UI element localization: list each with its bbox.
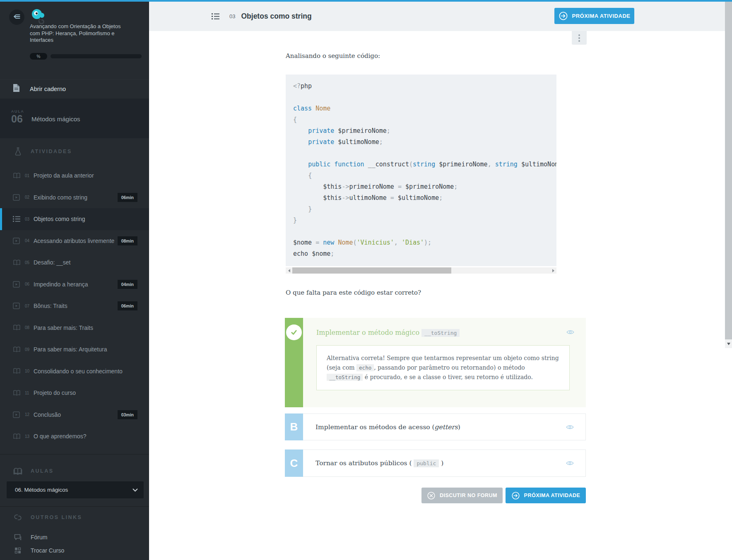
aulas-section-header: AULAS <box>0 465 149 477</box>
activity-label: Projeto do curso <box>34 389 76 396</box>
book-icon <box>13 260 21 266</box>
sidebar-item-trocar-curso[interactable]: Trocar Curso <box>0 544 149 557</box>
answer-option-a-correct[interactable]: Implementar o método mágico __toString A… <box>285 318 586 407</box>
sidebar-activity-05[interactable]: 05Desafio: __set <box>0 252 149 274</box>
sidebar-activity-04[interactable]: 04Acessando atributos livremente08min <box>0 230 149 252</box>
aulas-section-label: AULAS <box>31 468 54 474</box>
next-activity-label: PRÓXIMA ATIVIDADE <box>524 493 580 498</box>
sidebar-activity-12[interactable]: 12Conclusão03min <box>0 404 149 426</box>
scroll-right-arrow-icon[interactable] <box>550 267 556 274</box>
activity-number: 13 <box>25 434 32 439</box>
sidebar-activity-09[interactable]: 09Para saber mais: Arquitetura <box>0 339 149 361</box>
exercise-question: O que falta para este código estar corre… <box>286 289 421 296</box>
link-icon <box>13 513 23 522</box>
sidebar-activity-11[interactable]: 11Projeto do curso <box>0 382 149 404</box>
exercise-list-icon <box>212 13 219 20</box>
option-b-body: Implementar os métodos de acesso (getter… <box>303 413 586 440</box>
correct-marker-column <box>285 318 303 407</box>
scroll-down-arrow-icon[interactable] <box>725 339 732 348</box>
eye-icon[interactable] <box>566 461 574 466</box>
sidebar-activity-08[interactable]: 08Para saber mais: Traits <box>0 317 149 339</box>
sidebar: Avançando com Orientação a Objetos com P… <box>0 2 149 560</box>
collapse-icon <box>13 12 21 22</box>
book-icon <box>13 390 21 396</box>
activity-number: 03 <box>229 13 235 19</box>
option-c-text: Tornar os atributos públicos ( public ) <box>315 459 443 467</box>
activity-number: 04 <box>25 238 32 243</box>
inline-code-chip: public <box>414 459 439 467</box>
answer-option-b[interactable]: B Implementar os métodos de acesso (gett… <box>285 413 586 440</box>
eye-icon[interactable] <box>566 424 574 430</box>
check-icon <box>286 324 302 340</box>
video-icon <box>13 194 21 201</box>
vertical-scrollbar-thumb[interactable] <box>725 2 732 339</box>
sidebar-activity-01[interactable]: 01Projeto da aula anterior <box>0 165 149 187</box>
top-accent-line <box>0 0 732 2</box>
sidebar-item-forum[interactable]: Fórum <box>0 531 149 543</box>
next-activity-button-bottom[interactable]: PRÓXIMA ATIVIDADE <box>506 488 586 503</box>
code-lines: <?php class Nome{ private $primeiroNome;… <box>293 81 556 260</box>
grid-icon <box>13 547 22 554</box>
activity-label: Para saber mais: Traits <box>34 324 93 331</box>
activity-number: 05 <box>25 260 32 265</box>
next-activity-button-top[interactable]: PRÓXIMA ATIVIDADE <box>554 8 634 24</box>
page-title: Objetos como string <box>241 12 311 21</box>
duration-badge: 03min <box>118 410 137 419</box>
other-links-section-header: OUTROS LINKS <box>0 512 149 523</box>
current-lesson-block: AULA 06 Métodos mágicos <box>0 99 149 138</box>
sidebar-activity-06[interactable]: 06Impedindo a herança04min <box>0 274 149 296</box>
option-b-text: Implementar os métodos de acesso (getter… <box>315 423 460 431</box>
document-icon <box>13 84 20 94</box>
course-player: Avançando com Orientação a Objetos com P… <box>0 0 732 560</box>
discuss-forum-label: DISCUTIR NO FORUM <box>440 493 497 498</box>
arrow-circle-right-icon <box>559 11 568 21</box>
horizontal-scrollbar-thumb[interactable] <box>292 267 451 274</box>
progress-percent-badge: % <box>30 53 47 60</box>
forum-label: Fórum <box>31 534 47 541</box>
option-a-text: Implementar o método mágico __toString <box>316 329 571 336</box>
scroll-left-arrow-icon[interactable] <box>286 267 292 274</box>
open-notebook-label: Abrir caderno <box>30 86 66 92</box>
activity-label: Impedindo a herança <box>34 281 88 288</box>
activity-label: Para saber mais: Arquitetura <box>34 346 107 353</box>
sidebar-activity-07[interactable]: 07Bônus: Traits06min <box>0 295 149 317</box>
activity-number: 03 <box>25 217 32 221</box>
activity-label: Consolidando o seu conhecimento <box>34 368 123 375</box>
collapse-sidebar-button[interactable] <box>9 10 24 25</box>
more-options-button[interactable] <box>572 31 587 45</box>
eye-icon[interactable] <box>566 329 574 335</box>
chat-icon <box>13 534 22 541</box>
activity-label: Desafio: __set <box>34 259 71 266</box>
activity-number: 01 <box>25 173 32 178</box>
book-icon <box>13 346 21 353</box>
open-notebook-button[interactable]: Abrir caderno <box>0 79 149 98</box>
activity-number: 06 <box>25 282 32 286</box>
activity-label: Projeto da aula anterior <box>34 172 94 179</box>
activity-number: 02 <box>25 195 32 199</box>
activity-label: Exibindo como string <box>34 194 87 201</box>
discuss-forum-button[interactable]: DISCUTIR NO FORUM <box>421 488 503 503</box>
inline-code-chip: __toString <box>421 329 460 337</box>
next-activity-label: PRÓXIMA ATIVIDADE <box>572 13 631 19</box>
activity-label: Objetos como string <box>34 216 85 222</box>
forum-circle-icon <box>427 491 436 500</box>
activity-label: O que aprendemos? <box>34 433 87 440</box>
lesson-select-dropdown[interactable]: 06. Métodos mágicos <box>7 481 144 498</box>
code-horizontal-scrollbar[interactable] <box>286 267 556 274</box>
flask-icon <box>13 147 23 156</box>
sidebar-activity-10[interactable]: 10Consolidando o seu conhecimento <box>0 361 149 382</box>
activity-label: Bônus: Traits <box>34 303 67 309</box>
option-c-letter: C <box>285 449 303 477</box>
sidebar-activity-13[interactable]: 13O que aprendemos? <box>0 425 149 447</box>
progress-bar <box>51 54 142 58</box>
sidebar-activity-03[interactable]: 03Objetos como string <box>0 208 149 230</box>
page-vertical-scrollbar[interactable] <box>725 2 732 348</box>
answer-option-c[interactable]: C Tornar os atributos públicos ( public … <box>285 449 586 477</box>
lesson-select-value: 06. Métodos mágicos <box>15 487 68 493</box>
code-block: <?php class Nome{ private $primeiroNome;… <box>286 75 556 266</box>
open-book-icon <box>13 467 23 475</box>
option-c-body: Tornar os atributos públicos ( public ) <box>303 449 586 477</box>
lesson-title: Métodos mágicos <box>31 115 80 123</box>
sidebar-activity-02[interactable]: 02Exibindo como string06min <box>0 187 149 209</box>
video-icon <box>13 411 21 418</box>
